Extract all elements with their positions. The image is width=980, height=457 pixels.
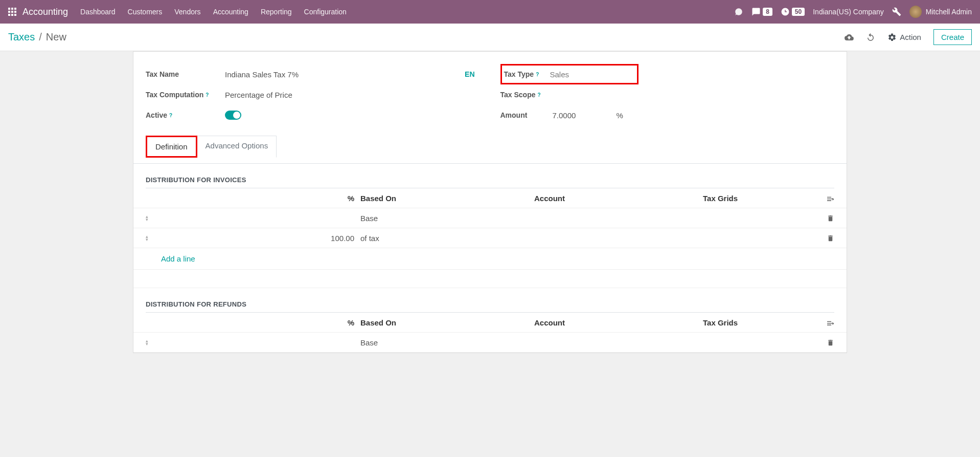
activities-badge: 50 [792,8,805,16]
help-icon[interactable]: ? [536,72,539,77]
breadcrumb-sep: / [39,31,42,43]
amount-unit: % [617,111,623,120]
tax-type-highlight: Tax Type? Sales [500,64,639,84]
nav-customers[interactable]: Customers [128,8,163,16]
activities-button[interactable]: 50 [781,7,805,16]
help-icon[interactable]: ? [169,113,172,118]
delete-row-icon[interactable] [819,213,834,223]
delete-row-icon[interactable] [819,233,834,243]
th-tax-grids[interactable]: Tax Grids [703,194,819,203]
refunds-section-title: DISTRIBUTION FOR REFUNDS [133,288,847,312]
messages-button[interactable]: 8 [751,7,772,16]
cell-based-on[interactable]: of tax [360,234,534,243]
brand-label[interactable]: Accounting [22,7,68,17]
active-toggle[interactable] [225,111,241,120]
tab-advanced-options[interactable]: Advanced Options [197,136,277,158]
th-account[interactable]: Account [534,194,703,203]
th-account[interactable]: Account [534,318,703,327]
delete-row-icon[interactable] [819,338,834,347]
table-row[interactable]: 100.00 of tax [133,228,847,248]
amount-label: Amount [500,111,553,119]
help-icon[interactable]: ? [538,92,541,98]
nav-dashboard[interactable]: Dashboard [80,8,116,16]
lang-button[interactable]: EN [465,70,474,78]
columns-settings-icon[interactable] [819,318,834,327]
company-switch[interactable]: Indiana(US) Company [813,8,884,16]
create-button[interactable]: Create [933,29,972,45]
table-row[interactable]: Base [133,333,847,353]
refunds-table: % Based On Account Tax Grids Base [133,313,847,353]
nav-reporting[interactable]: Reporting [261,8,292,16]
invoices-section-title: DISTRIBUTION FOR INVOICES [133,164,847,188]
tax-computation-label: Tax Computation? [146,91,225,99]
drag-handle-icon[interactable] [146,215,161,221]
nav-items: Dashboard Customers Vendors Accounting R… [80,8,734,16]
cell-based-on[interactable]: Base [360,338,534,347]
tax-type-select[interactable]: Sales [550,70,635,79]
tax-name-input[interactable]: Indiana Sales Tax 7% [225,70,465,79]
add-line-button[interactable]: Add a line [133,248,847,270]
control-bar: Taxes / New Action Create [0,24,980,51]
top-navigation: Accounting Dashboard Customers Vendors A… [0,0,980,24]
phone-icon[interactable] [734,7,743,17]
breadcrumb-parent[interactable]: Taxes [8,31,35,43]
cell-based-on[interactable]: Base [360,214,534,223]
th-pct[interactable]: % [161,318,360,327]
nav-right: 8 50 Indiana(US) Company Mitchell Admin [734,6,972,18]
user-menu[interactable]: Mitchell Admin [909,6,972,18]
th-pct[interactable]: % [161,194,360,203]
active-label: Active? [146,111,225,119]
apps-icon[interactable] [8,8,16,16]
tabs: Definition Advanced Options [146,136,834,158]
avatar [909,6,922,18]
drag-handle-icon[interactable] [146,339,161,345]
tax-scope-label: Tax Scope? [500,91,580,99]
nav-accounting[interactable]: Accounting [213,8,248,16]
columns-settings-icon[interactable] [819,193,834,203]
help-icon[interactable]: ? [206,92,209,98]
user-name: Mitchell Admin [926,8,972,16]
amount-input[interactable]: 7.0000 [553,111,617,120]
table-row[interactable]: Base [133,208,847,228]
th-tax-grids[interactable]: Tax Grids [703,318,819,327]
tax-type-label: Tax Type? [504,70,550,78]
cell-pct[interactable]: 100.00 [161,234,360,243]
invoices-table: % Based On Account Tax Grids Base 100.00… [133,188,847,288]
tax-computation-select[interactable]: Percentage of Price [225,91,480,99]
tax-name-label: Tax Name [146,70,225,78]
drag-handle-icon[interactable] [146,235,161,241]
breadcrumb: Taxes / New [8,31,845,43]
th-based-on[interactable]: Based On [360,318,534,327]
messages-badge: 8 [763,8,772,16]
tab-definition[interactable]: Definition [146,136,197,158]
debug-icon[interactable] [892,7,901,17]
cloud-icon[interactable] [845,32,854,42]
nav-configuration[interactable]: Configuration [304,8,347,16]
nav-vendors[interactable]: Vendors [174,8,200,16]
action-dropdown[interactable]: Action [887,33,921,42]
th-based-on[interactable]: Based On [360,194,534,203]
form-sheet: Tax Name Indiana Sales Tax 7% EN Tax Com… [133,51,847,353]
discard-icon[interactable] [866,32,875,42]
breadcrumb-current: New [46,31,66,43]
